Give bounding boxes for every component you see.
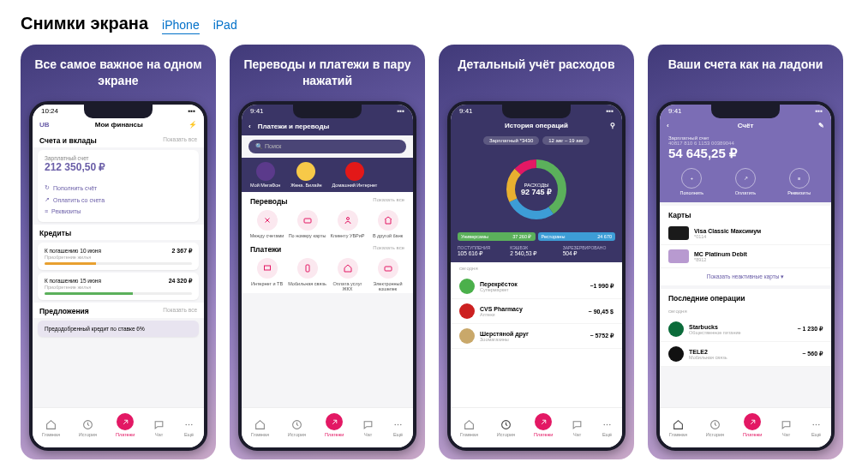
svg-point-10 (394, 423, 396, 425)
action-pay[interactable]: ↗Оплатить (719, 168, 773, 195)
payment-item[interactable]: Электронный кошелек (368, 258, 408, 291)
chip-dates[interactable]: 12 авг – 19 авг (542, 136, 590, 145)
svg-point-1 (185, 423, 187, 425)
transfer-item[interactable]: В другой банк (368, 210, 408, 238)
svg-rect-4 (304, 219, 311, 223)
transfer-item[interactable]: Клиенту УБРиР (327, 210, 368, 238)
offer-banner[interactable]: Предодобренный кредит по ставке 6% (38, 321, 199, 337)
nav-history[interactable]: История (288, 419, 306, 437)
nav-home[interactable]: Главная (669, 419, 687, 437)
nav-payments[interactable]: Платежи (116, 418, 135, 437)
nav-payments[interactable]: Платежи (743, 418, 762, 437)
nav-history[interactable]: История (79, 419, 97, 437)
screenshot-caption: Переводы и платежи в пару нажатий (238, 57, 416, 93)
nav-chat[interactable]: Чат (572, 419, 583, 437)
balance: 54 645,25 ₽ (668, 146, 823, 161)
operation-row[interactable]: CVS PharmacyАптеки− 90,45 $ (451, 299, 622, 324)
svg-rect-6 (264, 266, 270, 270)
transfers-grid: Между счетами По номеру карты Клиенту УБ… (242, 208, 413, 240)
nav-home[interactable]: Главная (251, 419, 269, 437)
payment-item[interactable]: Оплата услуг ЖКХ (327, 258, 368, 291)
tab-iphone[interactable]: iPhone (162, 18, 200, 34)
svg-point-19 (607, 423, 608, 425)
favorites-row: Мой МегаФон Жена. Билайн Домашний Интерн… (242, 158, 413, 192)
app-header: ‹Счёт✎ (660, 117, 831, 134)
screenshot-2[interactable]: Переводы и платежи в пару нажатий 9:41▪▪… (230, 45, 425, 459)
filter-icon[interactable]: ⚲ (610, 122, 615, 129)
operation-row[interactable]: TELE2Мобильная связь− 560 ₽ (660, 342, 831, 367)
operation-row[interactable]: ПерекрёстокСупермаркет−1 990 ₽ (451, 274, 622, 299)
screenshot-caption: Все самое важное на одном экране (29, 57, 207, 93)
phone-mockup: 10:24▪▪▪ UB Мои финансы ⚡ Счета и вклады… (29, 101, 207, 451)
search-input[interactable]: 🔍 Поиск (248, 140, 406, 153)
svg-point-20 (609, 423, 611, 425)
nav-home[interactable]: Главная (460, 419, 478, 437)
pay-link[interactable]: ↗Оплатить со счета (45, 194, 192, 206)
action-details[interactable]: ≡Реквизиты (772, 168, 826, 195)
action-topup[interactable]: +Пополнить (665, 168, 719, 195)
topup-link[interactable]: ↻Пополнить счёт (45, 182, 192, 194)
nav-home[interactable]: Главная (42, 419, 60, 437)
lightning-icon: ⚡ (189, 121, 197, 129)
fav-item[interactable]: Мой МегаФон (250, 162, 280, 188)
nav-payments[interactable]: Платежи (534, 418, 553, 437)
app-header: История операций⚲ (451, 117, 622, 134)
screenshot-caption: Детальный учёт расходов (458, 57, 614, 93)
screenshot-caption: Ваши счета как на ладони (668, 57, 823, 93)
card-row[interactable]: Visa Classic Максимум*0114 (660, 222, 831, 245)
nav-payments[interactable]: Платежи (325, 418, 344, 437)
nav-more[interactable]: Ещё (183, 419, 195, 437)
app-header: UB Мои финансы ⚡ (33, 117, 204, 132)
payment-item[interactable]: Мобильная связь (287, 258, 327, 291)
svg-point-18 (603, 423, 605, 425)
back-icon[interactable]: ‹ (667, 122, 669, 129)
payments-grid: Интернет и ТВ Мобильная связь Оплата усл… (242, 256, 413, 293)
show-inactive-link[interactable]: Показать неактивные карты ▾ (660, 268, 831, 285)
edit-icon[interactable]: ✎ (818, 122, 824, 129)
nav-history[interactable]: История (706, 419, 724, 437)
operation-row[interactable]: StarbucksОбщественное питание− 1 230 ₽ (660, 317, 831, 342)
nav-more[interactable]: Ещё (602, 419, 613, 437)
tab-ipad[interactable]: iPad (213, 18, 237, 32)
payment-item[interactable]: Интернет и ТВ (247, 258, 287, 291)
screenshot-1[interactable]: Все самое важное на одном экране 10:24▪▪… (21, 45, 216, 459)
nav-more[interactable]: Ещё (811, 419, 822, 437)
operation-row[interactable]: Шерстяной другЗоомагазины− 5752 ₽ (451, 324, 622, 349)
svg-point-11 (398, 423, 399, 425)
nav-chat[interactable]: Чат (362, 419, 374, 437)
svg-point-3 (191, 423, 193, 425)
pay-icon: ↗ (45, 196, 50, 203)
category-tag[interactable]: Рестораны24 670 (538, 232, 616, 241)
fav-item[interactable]: Жена. Билайн (290, 162, 321, 188)
svg-point-2 (189, 423, 190, 425)
details-link[interactable]: ≡Реквизиты (45, 206, 192, 217)
svg-point-23 (816, 423, 817, 425)
expense-chart: РАСХОДЫ92 745 ₽ (451, 150, 622, 232)
card-row[interactable]: MC Platinum Debit*8912 (660, 245, 831, 268)
bottom-nav: Главная История Платежи Чат Ещё (33, 407, 204, 447)
fav-item[interactable]: Домашний Интернет (332, 162, 378, 188)
nav-more[interactable]: Ещё (392, 419, 404, 437)
transfer-item[interactable]: Между счетами (247, 210, 287, 238)
credit-card-1[interactable]: К погашению 10 июня2 367 ₽ Приобретение … (38, 243, 199, 270)
section-title: Снимки экрана (21, 14, 148, 33)
balance: 212 350,50 ₽ (45, 161, 192, 173)
credit-card-2[interactable]: К погашению 15 июня24 320 ₽ Приобретение… (38, 273, 199, 300)
logo-icon: UB (39, 121, 50, 129)
nav-history[interactable]: История (497, 419, 515, 437)
details-icon: ≡ (45, 208, 48, 214)
nav-chat[interactable]: Чат (781, 419, 792, 437)
svg-point-5 (346, 218, 349, 220)
nav-chat[interactable]: Чат (153, 419, 165, 437)
app-header: ‹Платежи и переводы (242, 117, 413, 135)
chip-account[interactable]: Зарплатный *3430 (483, 136, 539, 145)
account-card[interactable]: Зарплатный счет 212 350,50 ₽ ↻Пополнить … (38, 150, 199, 222)
back-icon[interactable]: ‹ (248, 123, 251, 130)
screenshot-3[interactable]: Детальный учёт расходов 9:41▪▪▪ История … (439, 45, 634, 459)
screenshot-row: Все самое важное на одном экране 10:24▪▪… (21, 45, 847, 459)
transfer-item[interactable]: По номеру карты (287, 210, 327, 238)
category-tag[interactable]: Универсамы37 260 ₽ (458, 232, 536, 241)
svg-rect-8 (385, 267, 392, 271)
screenshot-4[interactable]: Ваши счета как на ладони 9:41▪▪▪ ‹Счёт✎ … (648, 45, 843, 459)
topup-icon: ↻ (45, 184, 50, 191)
